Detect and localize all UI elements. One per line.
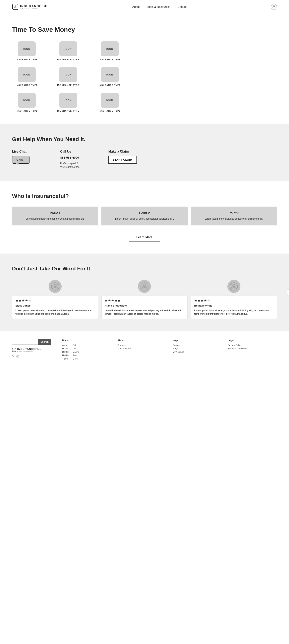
user-icon[interactable] [271,4,277,10]
insurance-icon-box: ICON [18,67,36,82]
phone-sub-line2: We've got that too [60,166,80,168]
star-filled: ★ [201,299,204,302]
insurance-grid: ICON INSURANCE TYPE ICON INSURANCE TYPE … [12,41,124,112]
live-chat-title: Live Chat [12,150,26,153]
footer-top: Search INSURANCEFUL A KAUS COMPANY 𝕏 ⓘ P… [12,339,277,361]
insurance-label: INSURANCE TYPE [99,58,120,61]
star-filled: ★ [16,299,18,302]
footer: Search INSURANCEFUL A KAUS COMPANY 𝕏 ⓘ P… [0,331,289,375]
star-filled: ★ [22,299,25,302]
footer-logo-icon [12,348,16,352]
footer-link[interactable]: Life [73,347,80,350]
insurance-label: INSURANCE TYPE [16,58,38,61]
learn-more-button[interactable]: Learn More [129,233,160,242]
insurance-label: INSURANCE TYPE [57,58,79,61]
svg-point-6 [143,284,146,287]
svg-point-4 [54,284,56,287]
footer-col-legal: LegalPrivacy PolicyTerms & Conditions [228,339,277,361]
phone-sub-line1: Prefer to speak? [60,162,78,165]
footer-link[interactable]: Careers [118,344,166,346]
star-filled: ★ [194,299,197,302]
avatar [228,280,240,293]
insurance-icon-box: ICON [101,41,119,56]
star-filled: ★ [19,299,22,302]
nav-about[interactable]: About [132,5,140,8]
logo-name: INSURANCEFUL [20,4,48,8]
point-text: Lorem ipsum dolor sit amet, consectetur … [196,217,272,220]
twitter-icon[interactable]: 𝕏 [12,355,14,358]
insurance-item[interactable]: ICON INSURANCE TYPE [54,93,83,112]
nav-tools[interactable]: Tools & Resources [147,5,170,8]
carousel-next-button[interactable]: › [286,289,289,296]
footer-link[interactable]: Flood [73,354,80,356]
phone-sub: Prefer to speak? We've got that too [60,162,80,169]
footer-link[interactable]: Travel [62,358,69,360]
insurance-icon-box: ICON [18,93,36,108]
footer-logo-sub: A KAUS COMPANY [17,350,42,352]
star-empty: ★ [207,299,210,302]
insurance-label: INSURANCE TYPE [16,110,38,112]
footer-brand: Search INSURANCEFUL A KAUS COMPANY 𝕏 ⓘ [12,339,56,361]
testimonials-title: Don't Just Take Our Word For It. [12,266,277,272]
info-icon[interactable]: ⓘ [16,355,19,358]
insurance-icon-box: ICON [59,67,77,82]
footer-link[interactable]: FAQs [172,347,222,350]
help-grid: Live Chat CHAT Call Us 888-583-4000 Pref… [12,150,152,169]
insurance-section: Time To Save Money ICON INSURANCE TYPE I… [0,14,289,124]
insurance-item[interactable]: ICON INSURANCE TYPE [12,67,42,86]
point-card: Point 1 Lorem ipsum dolor sit amet, cons… [12,206,98,226]
phone-number: 888-583-4000 [60,156,79,159]
insurance-item[interactable]: ICON INSURANCE TYPE [12,41,42,61]
help-section-title: Get Help When You Need It. [12,136,277,142]
footer-link[interactable]: Home [62,347,69,350]
search-input[interactable] [12,339,38,345]
insurance-item[interactable]: ICON INSURANCE TYPE [54,67,83,86]
point-card: Point 2 Lorem ipsum dolor sit amet, cons… [101,206,188,226]
nav-links: About Tools & Resources Contact [132,5,187,8]
footer-link[interactable]: Who is Kaus? [118,347,166,350]
star-filled: ★ [204,299,207,302]
point-title: Point 3 [196,212,272,215]
avatar [48,280,62,293]
review-text: Lorem ipsum dolor sit amet, consectetur … [16,309,95,316]
insurance-label: INSURANCE TYPE [99,110,120,112]
insurance-item[interactable]: ICON INSURANCE TYPE [12,93,42,112]
footer-link[interactable]: Rental [62,351,69,353]
footer-link[interactable]: My Account [172,351,222,353]
insurance-item[interactable]: ICON INSURANCE TYPE [95,41,124,61]
footer-col-about: AboutCareersWho is Kaus? [118,339,166,361]
insurance-icon-box: ICON [101,67,119,82]
footer-col-heading: Help [172,339,222,342]
insurance-item[interactable]: ICON INSURANCE TYPE [95,67,124,86]
logo: INSURANCEFUL A KAUS COMPANY [12,4,48,10]
avatar [138,280,151,293]
svg-point-8 [232,284,235,287]
stars: ★★★★★ [194,299,274,302]
search-button[interactable]: Search [38,339,51,345]
svg-rect-0 [12,4,18,10]
insurance-item[interactable]: ICON INSURANCE TYPE [54,41,83,61]
chat-button[interactable]: CHAT [12,156,30,164]
insurance-item[interactable]: ICON INSURANCE TYPE [95,93,124,112]
footer-link[interactable]: Privacy Policy [228,344,277,346]
footer-link[interactable]: Marine [73,351,80,353]
review-card: ★★★★★ Frank Braithwaite Lorem ipsum dolo… [101,295,188,319]
footer-link[interactable]: Health [62,354,69,356]
points-grid: Point 1 Lorem ipsum dolor sit amet, cons… [12,206,277,226]
insurance-icon-box: ICON [18,41,36,56]
navbar: INSURANCEFUL A KAUS COMPANY About Tools … [0,0,289,14]
testimonials-row: ★★★★★ Elyse Jones Lorem ipsum dolor sit … [12,280,277,319]
footer-link[interactable]: Contact [172,344,222,346]
insurance-label: INSURANCE TYPE [57,110,79,112]
call-us-title: Call Us [60,150,71,153]
logo-sub: A KAUS COMPANY [20,8,48,10]
footer-link[interactable]: Terms & Conditions [228,347,277,350]
footer-link[interactable]: Auto [62,344,69,346]
start-claim-button[interactable]: START CLAIM [108,156,137,164]
point-title: Point 2 [106,212,183,215]
star-filled: ★ [198,299,200,302]
footer-link[interactable]: Pet [73,344,80,346]
footer-link[interactable]: More [73,358,80,360]
star-filled: ★ [114,299,117,302]
nav-contact[interactable]: Contact [178,5,187,8]
